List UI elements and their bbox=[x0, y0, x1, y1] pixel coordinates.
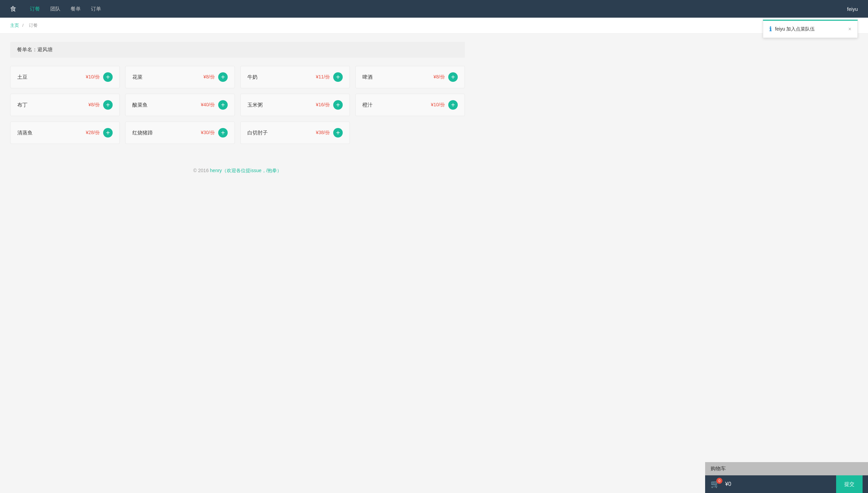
add-food-button[interactable]: + bbox=[448, 72, 458, 82]
food-card: 酸菜鱼 ¥40/份 + bbox=[125, 94, 235, 116]
navbar-links: 订餐 团队 餐单 订单 bbox=[30, 6, 847, 12]
food-price-row: ¥8/份 + bbox=[204, 72, 228, 82]
food-card: 花菜 ¥8/份 + bbox=[125, 66, 235, 88]
footer: © 2016 henry（欢迎各位提issue，/抱拳） bbox=[10, 154, 465, 181]
nav-menu[interactable]: 餐单 bbox=[71, 6, 81, 12]
food-price: ¥8/份 bbox=[89, 102, 100, 108]
food-price: ¥40/份 bbox=[201, 102, 215, 108]
food-name: 啤酒 bbox=[362, 74, 373, 80]
cart-bar: 🛒 0 ¥0 提交 bbox=[705, 475, 868, 493]
nav-team[interactable]: 团队 bbox=[50, 6, 60, 12]
food-price-row: ¥8/份 + bbox=[434, 72, 458, 82]
navbar-user: feiyu bbox=[847, 6, 858, 12]
food-name: 橙汁 bbox=[362, 102, 373, 108]
notification-text: feiyu 加入点菜队伍 bbox=[775, 26, 845, 32]
notification-popup: ℹ feiyu 加入点菜队伍 × bbox=[763, 20, 858, 38]
food-name: 布丁 bbox=[17, 102, 27, 108]
add-food-button[interactable]: + bbox=[218, 72, 228, 82]
cart-container: 购物车 🛒 0 ¥0 提交 bbox=[705, 462, 868, 493]
food-name: 白切肘子 bbox=[247, 130, 268, 136]
menu-name-bar: 餐单名：避风塘 bbox=[10, 42, 465, 58]
food-price-row: ¥30/份 + bbox=[201, 128, 228, 138]
cart-icon-wrap: 🛒 0 bbox=[711, 480, 720, 489]
food-name: 牛奶 bbox=[247, 74, 258, 80]
add-food-button[interactable]: + bbox=[333, 128, 343, 138]
notification-close-button[interactable]: × bbox=[848, 26, 851, 32]
food-price-row: ¥16/份 + bbox=[316, 100, 343, 110]
food-card: 玉米粥 ¥16/份 + bbox=[240, 94, 350, 116]
food-card: 牛奶 ¥11/份 + bbox=[240, 66, 350, 88]
food-card: 布丁 ¥8/份 + bbox=[10, 94, 120, 116]
food-price-row: ¥38/份 + bbox=[316, 128, 343, 138]
food-price-row: ¥28/份 + bbox=[86, 128, 113, 138]
add-food-button[interactable]: + bbox=[333, 100, 343, 110]
info-icon: ℹ bbox=[769, 25, 772, 33]
add-food-button[interactable]: + bbox=[333, 72, 343, 82]
food-name: 酸菜鱼 bbox=[132, 102, 148, 108]
add-food-button[interactable]: + bbox=[218, 128, 228, 138]
food-price-row: ¥10/份 + bbox=[431, 100, 458, 110]
nav-orders[interactable]: 订单 bbox=[91, 6, 101, 12]
food-price: ¥10/份 bbox=[86, 74, 100, 80]
food-price-row: ¥40/份 + bbox=[201, 100, 228, 110]
food-name: 花菜 bbox=[132, 74, 143, 80]
breadcrumb: 主页 / 订餐 bbox=[0, 18, 868, 34]
food-card: 白切肘子 ¥38/份 + bbox=[240, 122, 350, 144]
food-price: ¥16/份 bbox=[316, 102, 330, 108]
food-card: 土豆 ¥10/份 + bbox=[10, 66, 120, 88]
food-price: ¥8/份 bbox=[434, 74, 445, 80]
navbar-brand: 食 bbox=[10, 5, 16, 13]
cart-total: ¥0 bbox=[725, 481, 836, 487]
food-price: ¥11/份 bbox=[316, 74, 330, 80]
food-card: 清蒸鱼 ¥28/份 + bbox=[10, 122, 120, 144]
footer-author-link[interactable]: henry（欢迎各位提issue，/抱拳） bbox=[210, 168, 282, 173]
navbar: 食 订餐 团队 餐单 订单 feiyu bbox=[0, 0, 868, 18]
food-price-row: ¥8/份 + bbox=[89, 100, 113, 110]
add-food-button[interactable]: + bbox=[103, 128, 113, 138]
breadcrumb-separator: / bbox=[22, 23, 24, 28]
add-food-button[interactable]: + bbox=[103, 72, 113, 82]
breadcrumb-home[interactable]: 主页 bbox=[10, 23, 19, 28]
add-food-button[interactable]: + bbox=[218, 100, 228, 110]
food-name: 红烧猪蹄 bbox=[132, 130, 153, 136]
food-price: ¥28/份 bbox=[86, 130, 100, 136]
main-content: 餐单名：避风塘 土豆 ¥10/份 + 花菜 ¥8/份 + 牛奶 ¥11/份 + … bbox=[0, 34, 475, 189]
food-card: 红烧猪蹄 ¥30/份 + bbox=[125, 122, 235, 144]
food-card: 橙汁 ¥10/份 + bbox=[355, 94, 465, 116]
food-price: ¥8/份 bbox=[204, 74, 215, 80]
food-price: ¥10/份 bbox=[431, 102, 445, 108]
food-price-row: ¥11/份 + bbox=[316, 72, 343, 82]
food-name: 土豆 bbox=[17, 74, 27, 80]
cart-badge: 0 bbox=[716, 478, 722, 484]
add-food-button[interactable]: + bbox=[448, 100, 458, 110]
breadcrumb-current: 订餐 bbox=[29, 23, 38, 28]
footer-copyright: © 2016 bbox=[193, 168, 209, 173]
food-name: 玉米粥 bbox=[247, 102, 263, 108]
food-grid: 土豆 ¥10/份 + 花菜 ¥8/份 + 牛奶 ¥11/份 + 啤酒 ¥8/份 … bbox=[10, 66, 465, 144]
food-price: ¥30/份 bbox=[201, 130, 215, 136]
food-card: 啤酒 ¥8/份 + bbox=[355, 66, 465, 88]
cart-submit-button[interactable]: 提交 bbox=[836, 475, 863, 493]
menu-name-label: 餐单名：避风塘 bbox=[17, 47, 53, 52]
food-price-row: ¥10/份 + bbox=[86, 72, 113, 82]
food-price: ¥38/份 bbox=[316, 130, 330, 136]
food-name: 清蒸鱼 bbox=[17, 130, 33, 136]
add-food-button[interactable]: + bbox=[103, 100, 113, 110]
cart-header: 购物车 bbox=[705, 462, 868, 475]
nav-order[interactable]: 订餐 bbox=[30, 6, 40, 12]
